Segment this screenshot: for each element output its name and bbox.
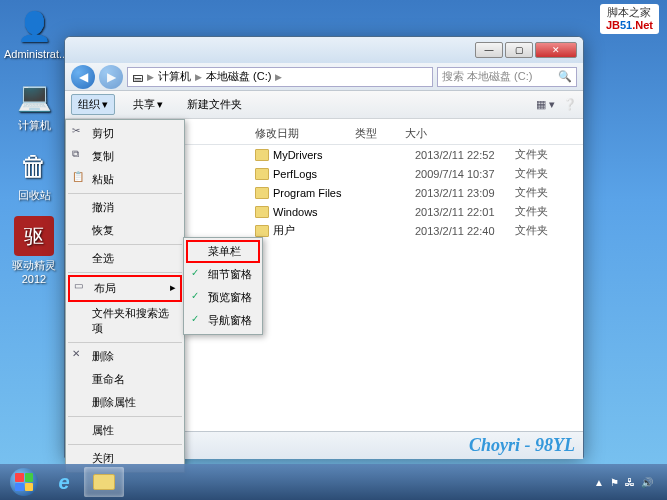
desktop-icon-computer[interactable]: 💻 计算机 — [4, 76, 64, 133]
menu-copy[interactable]: ⧉复制 — [68, 145, 182, 168]
file-date: 2013/2/11 22:01 — [415, 206, 515, 218]
submenu-nav-pane[interactable]: ✓导航窗格 — [186, 309, 260, 332]
menu-undo[interactable]: 撤消 — [68, 196, 182, 219]
taskbar-ie[interactable]: e — [44, 467, 84, 497]
submenu-menubar[interactable]: 菜单栏 — [186, 240, 260, 263]
file-date: 2009/7/14 10:37 — [415, 168, 515, 180]
file-name: PerfLogs — [273, 168, 415, 180]
desktop-icon-label: 回收站 — [4, 188, 64, 203]
menu-layout[interactable]: ▭布局▸ — [68, 275, 182, 302]
menu-separator — [68, 272, 182, 273]
windows-logo-icon — [10, 468, 38, 496]
menu-rename[interactable]: 重命名 — [68, 368, 182, 391]
action-center-icon[interactable]: ⚑ — [610, 477, 619, 488]
folder-icon — [255, 206, 269, 218]
file-type: 文件夹 — [515, 223, 565, 238]
network-icon[interactable]: 🖧 — [625, 477, 635, 488]
address-bar: ◀ ▶ 🖴 ▶ 计算机 ▶ 本地磁盘 (C:) ▶ 搜索 本地磁盘 (C:) 🔍 — [65, 63, 583, 91]
start-button[interactable] — [4, 467, 44, 497]
delete-icon: ✕ — [72, 348, 80, 359]
view-icon[interactable]: ▦ ▾ — [536, 98, 555, 111]
file-date: 2013/2/11 23:09 — [415, 187, 515, 199]
file-type: 文件夹 — [515, 185, 565, 200]
close-button[interactable]: ✕ — [535, 42, 577, 58]
file-name: Windows — [273, 206, 415, 218]
menu-folder-options[interactable]: 文件夹和搜索选项 — [68, 302, 182, 340]
file-type: 文件夹 — [515, 166, 565, 181]
menu-properties[interactable]: 属性 — [68, 419, 182, 442]
chevron-right-icon: ▶ — [195, 72, 202, 82]
menu-selectall[interactable]: 全选 — [68, 247, 182, 270]
menu-delete[interactable]: ✕删除 — [68, 345, 182, 368]
breadcrumb-segment[interactable]: 本地磁盘 (C:) — [206, 69, 271, 84]
help-icon[interactable]: ❔ — [563, 98, 577, 111]
desktop-icon-admin[interactable]: 👤 Administrat... — [4, 6, 64, 60]
search-input[interactable]: 搜索 本地磁盘 (C:) 🔍 — [437, 67, 577, 87]
system-tray[interactable]: ▲ ⚑ 🖧 🔊 — [594, 477, 663, 488]
computer-icon: 💻 — [14, 76, 54, 116]
organize-button[interactable]: 组织 ▾ — [71, 94, 115, 115]
cut-icon: ✂ — [72, 125, 80, 136]
taskbar: e ▲ ⚑ 🖧 🔊 — [0, 464, 667, 500]
menu-separator — [68, 342, 182, 343]
drive-icon: 🖴 — [132, 71, 143, 83]
check-icon: ✓ — [191, 313, 199, 324]
col-type[interactable]: 类型 — [355, 126, 405, 141]
file-date: 2013/2/11 22:40 — [415, 225, 515, 237]
tray-overflow-icon[interactable]: ▲ — [594, 477, 604, 488]
maximize-button[interactable]: ▢ — [505, 42, 533, 58]
share-button[interactable]: 共享 ▾ — [127, 95, 169, 114]
desktop-icon-label: Administrat... — [4, 48, 64, 60]
col-size[interactable]: 大小 — [405, 126, 427, 141]
search-placeholder: 搜索 本地磁盘 (C:) — [442, 69, 532, 84]
desktop-icon-label: 驱动精灵 2012 — [4, 258, 64, 285]
breadcrumb-segment[interactable]: 计算机 — [158, 69, 191, 84]
menu-separator — [68, 444, 182, 445]
check-icon: ✓ — [191, 290, 199, 301]
chevron-right-icon: ▸ — [170, 281, 176, 294]
menu-remove-props[interactable]: 删除属性 — [68, 391, 182, 414]
folder-icon — [93, 474, 115, 490]
back-button[interactable]: ◀ — [71, 65, 95, 89]
col-date[interactable]: 修改日期 — [255, 126, 355, 141]
menu-cut[interactable]: ✂剪切 — [68, 122, 182, 145]
file-type: 文件夹 — [515, 147, 565, 162]
submenu-preview-pane[interactable]: ✓预览窗格 — [186, 286, 260, 309]
folder-icon — [255, 187, 269, 199]
layout-icon: ▭ — [74, 280, 83, 291]
chevron-down-icon: ▾ — [102, 98, 108, 111]
explorer-window: — ▢ ✕ ◀ ▶ 🖴 ▶ 计算机 ▶ 本地磁盘 (C:) ▶ 搜索 本地磁盘 … — [64, 36, 584, 458]
folder-icon — [255, 225, 269, 237]
watermark-text: Choyri - 98YL — [469, 435, 575, 456]
file-name: 用户 — [273, 223, 415, 238]
folder-icon — [255, 149, 269, 161]
volume-icon[interactable]: 🔊 — [641, 477, 653, 488]
driver-icon: 驱 — [14, 216, 54, 256]
file-type: 文件夹 — [515, 204, 565, 219]
site-watermark: 脚本之家 JB51.Net — [600, 4, 659, 34]
menu-separator — [68, 193, 182, 194]
check-icon: ✓ — [191, 267, 199, 278]
titlebar[interactable]: — ▢ ✕ — [65, 37, 583, 63]
organize-menu: ✂剪切 ⧉复制 📋粘贴 撤消 恢复 全选 ▭布局▸ 文件夹和搜索选项 ✕删除 重… — [65, 119, 185, 473]
minimize-button[interactable]: — — [475, 42, 503, 58]
menu-redo[interactable]: 恢复 — [68, 219, 182, 242]
folder-icon — [255, 168, 269, 180]
desktop-icon-driver[interactable]: 驱 驱动精灵 2012 — [4, 216, 64, 285]
trash-icon: 🗑 — [14, 146, 54, 186]
desktop-icon-recyclebin[interactable]: 🗑 回收站 — [4, 146, 64, 203]
menu-paste[interactable]: 📋粘贴 — [68, 168, 182, 191]
taskbar-explorer[interactable] — [84, 467, 124, 497]
menu-separator — [68, 416, 182, 417]
new-folder-button[interactable]: 新建文件夹 — [181, 95, 248, 114]
menu-separator — [68, 244, 182, 245]
toolbar: 组织 ▾ 共享 ▾ 新建文件夹 ▦ ▾ ❔ — [65, 91, 583, 119]
paste-icon: 📋 — [72, 171, 84, 182]
submenu-details-pane[interactable]: ✓细节窗格 — [186, 263, 260, 286]
layout-submenu: 菜单栏 ✓细节窗格 ✓预览窗格 ✓导航窗格 — [183, 237, 263, 335]
forward-button[interactable]: ▶ — [99, 65, 123, 89]
chevron-right-icon: ▶ — [275, 72, 282, 82]
breadcrumb[interactable]: 🖴 ▶ 计算机 ▶ 本地磁盘 (C:) ▶ — [127, 67, 433, 87]
chevron-down-icon: ▾ — [157, 98, 163, 111]
copy-icon: ⧉ — [72, 148, 79, 160]
